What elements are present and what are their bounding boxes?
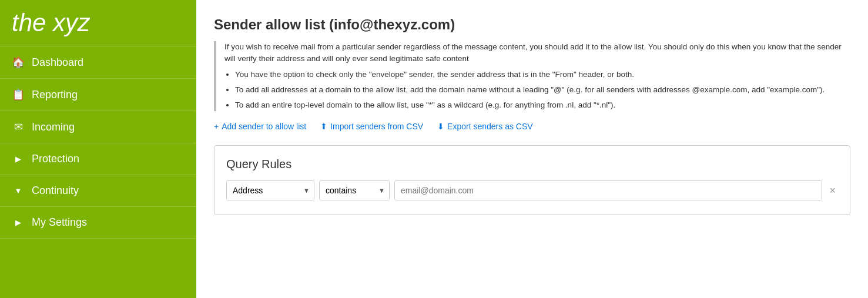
sidebar-item-my-settings[interactable]: ▶ My Settings — [0, 207, 196, 238]
home-icon: 🏠 — [12, 56, 25, 69]
info-box: If you wish to receive mail from a parti… — [214, 41, 850, 111]
add-sender-label: Add sender to allow list — [222, 122, 306, 131]
logo-area: the xyz — [0, 0, 196, 46]
import-csv-link[interactable]: ⬆ Import senders from CSV — [320, 122, 423, 131]
sidebar-item-reporting[interactable]: 📋 Reporting — [0, 79, 196, 111]
contains-select-wrapper: contains starts with ends with equals — [319, 180, 390, 200]
sidebar-item-continuity[interactable]: ▼ Continuity — [0, 175, 196, 206]
info-bullet-3: To add an entire top-level domain to the… — [235, 99, 850, 111]
query-box: Query Rules Address Envelope Sender From… — [214, 145, 850, 215]
download-icon: ⬇ — [437, 122, 444, 131]
logo: the xyz — [12, 11, 185, 35]
chevron-right-icon: ▶ — [12, 155, 25, 163]
sidebar-item-label: Continuity — [32, 185, 79, 197]
sidebar-item-label: My Settings — [32, 216, 87, 229]
add-sender-link[interactable]: + Add sender to allow list — [214, 122, 306, 131]
export-csv-label: Export senders as CSV — [447, 122, 533, 131]
remove-rule-button[interactable]: × — [827, 185, 838, 197]
query-row: Address Envelope Sender From Header cont… — [226, 180, 838, 200]
filter-icon: ▼ — [12, 186, 25, 195]
sidebar-item-dashboard[interactable]: 🏠 Dashboard — [0, 46, 196, 78]
sidebar-item-label: Incoming — [32, 121, 75, 133]
page-title: Sender allow list (info@thexyz.com) — [214, 16, 850, 33]
reporting-icon: 📋 — [12, 88, 25, 101]
sidebar-item-label: Protection — [32, 153, 79, 165]
sidebar-item-label: Dashboard — [32, 56, 83, 69]
sidebar-item-protection[interactable]: ▶ Protection — [0, 143, 196, 175]
info-bullet-1: You have the option to check only the "e… — [235, 69, 850, 81]
query-input[interactable] — [394, 180, 822, 200]
info-bullet-2: To add all addresses at a domain to the … — [235, 84, 850, 96]
address-select-wrapper: Address Envelope Sender From Header — [226, 180, 314, 200]
sidebar-item-incoming[interactable]: ✉ Incoming — [0, 111, 196, 143]
incoming-icon: ✉ — [12, 120, 25, 133]
address-select[interactable]: Address Envelope Sender From Header — [226, 180, 314, 200]
import-csv-label: Import senders from CSV — [330, 122, 423, 131]
chevron-right-icon: ▶ — [12, 218, 25, 227]
plus-icon: + — [214, 122, 219, 131]
info-intro: If you wish to receive mail from a parti… — [224, 41, 850, 65]
sidebar-item-label: Reporting — [32, 89, 78, 101]
upload-icon: ⬆ — [320, 122, 327, 131]
sidebar: the xyz 🏠 Dashboard 📋 Reporting ✉ Incomi… — [0, 0, 196, 298]
export-csv-link[interactable]: ⬇ Export senders as CSV — [437, 122, 533, 131]
contains-select[interactable]: contains starts with ends with equals — [319, 180, 390, 200]
main-content: Sender allow list (info@thexyz.com) If y… — [196, 0, 868, 298]
action-bar: + Add sender to allow list ⬆ Import send… — [214, 122, 850, 131]
info-list: You have the option to check only the "e… — [235, 69, 850, 112]
query-title: Query Rules — [226, 158, 838, 171]
